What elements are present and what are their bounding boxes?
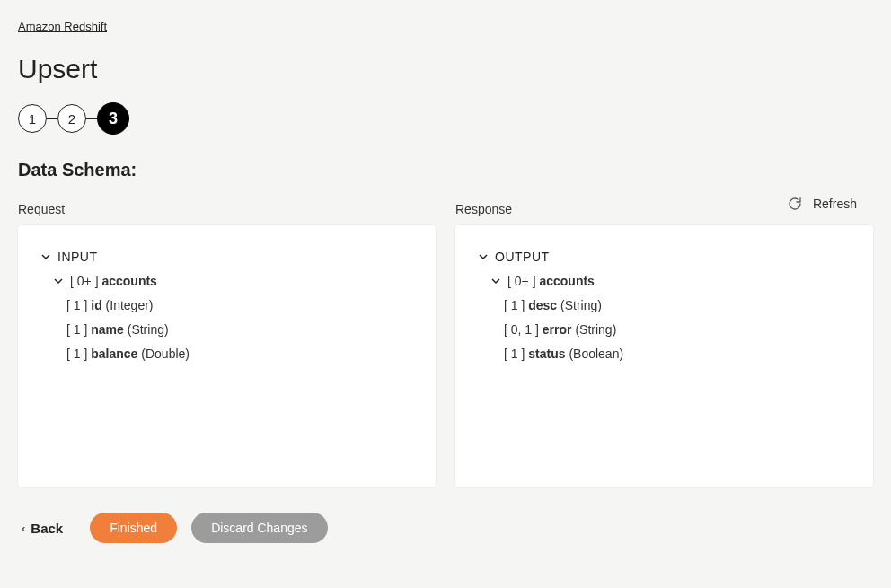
section-title: Data Schema:: [18, 160, 873, 180]
discard-button[interactable]: Discard Changes: [191, 513, 327, 543]
step-2[interactable]: 2: [57, 104, 86, 133]
field-type: (Double): [141, 347, 190, 361]
breadcrumb-parent[interactable]: Amazon Redshift: [18, 20, 107, 33]
chevron-down-icon: [479, 248, 488, 267]
field-card: [ 1 ]: [66, 298, 87, 312]
request-label: Request: [18, 202, 436, 216]
chevron-down-icon: [54, 272, 63, 291]
step-connector: [86, 118, 97, 119]
field-type: (Integer): [106, 298, 154, 312]
response-column: Response OUTPUT [ 0+ ] accounts [ 1 ]: [455, 202, 873, 487]
field-name: balance: [91, 347, 137, 361]
response-root-label: OUTPUT: [495, 248, 550, 267]
response-field-row: [ 0, 1 ] error (String): [479, 318, 850, 342]
field-type: (String): [560, 298, 602, 312]
response-group-name: accounts: [539, 274, 594, 288]
field-card: [ 1 ]: [504, 347, 525, 361]
response-field-row: [ 1 ] status (Boolean): [479, 342, 850, 366]
field-card: [ 1 ]: [66, 322, 87, 337]
field-name: status: [528, 347, 565, 361]
response-root-row[interactable]: OUTPUT: [479, 245, 850, 269]
field-name: name: [91, 322, 124, 337]
field-name: desc: [528, 298, 557, 312]
request-column: Request INPUT [ 0+ ] accounts [ 1 ]: [18, 202, 436, 487]
request-root-label: INPUT: [57, 248, 98, 267]
request-group-name: accounts: [101, 274, 156, 288]
step-connector: [47, 118, 57, 119]
field-type: (String): [128, 322, 169, 337]
request-panel: INPUT [ 0+ ] accounts [ 1 ] id (Integer): [18, 225, 436, 487]
field-type: (String): [575, 322, 616, 337]
field-name: id: [91, 298, 101, 312]
chevron-left-icon: ‹: [22, 522, 25, 535]
response-label: Response: [455, 202, 873, 216]
response-group-card: [ 0+ ]: [507, 274, 536, 288]
field-card: [ 1 ]: [504, 298, 525, 312]
field-card: [ 0, 1 ]: [504, 322, 539, 337]
request-field-row: [ 1 ] name (String): [41, 318, 412, 342]
request-field-row: [ 1 ] id (Integer): [41, 294, 412, 318]
finished-button[interactable]: Finished: [90, 513, 177, 543]
response-panel: OUTPUT [ 0+ ] accounts [ 1 ] desc (Strin…: [455, 225, 873, 487]
response-field-row: [ 1 ] desc (String): [479, 294, 850, 318]
page-title: Upsert: [18, 54, 873, 84]
request-group-row[interactable]: [ 0+ ] accounts: [41, 269, 412, 294]
request-root-row[interactable]: INPUT: [41, 245, 412, 269]
stepper: 1 2 3: [18, 102, 873, 135]
chevron-down-icon: [41, 248, 50, 267]
field-name: error: [543, 322, 572, 337]
step-1[interactable]: 1: [18, 104, 47, 133]
request-group-card: [ 0+ ]: [70, 274, 99, 288]
footer: ‹ Back Finished Discard Changes: [18, 513, 873, 543]
field-card: [ 1 ]: [66, 347, 87, 361]
field-type: (Boolean): [569, 347, 623, 361]
chevron-down-icon: [491, 272, 500, 291]
back-label: Back: [31, 521, 63, 536]
back-button[interactable]: ‹ Back: [18, 521, 66, 536]
request-field-row: [ 1 ] balance (Double): [41, 342, 412, 366]
response-group-row[interactable]: [ 0+ ] accounts: [479, 269, 850, 294]
step-3[interactable]: 3: [97, 102, 129, 135]
